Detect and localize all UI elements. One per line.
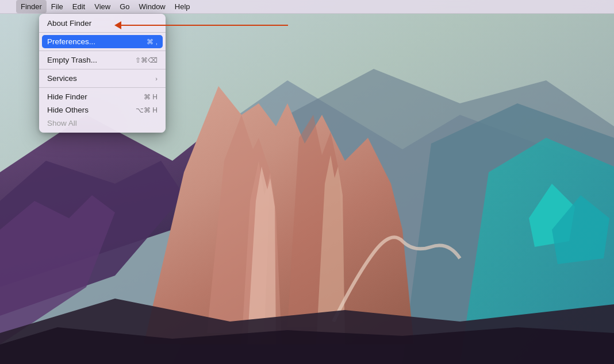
separator-2 [39, 51, 166, 51]
separator-1 [39, 32, 166, 33]
view-menu[interactable]: View [90, 0, 115, 13]
edit-menu[interactable]: Edit [68, 0, 90, 13]
preferences-item[interactable]: Preferences... ⌘ , [42, 35, 163, 48]
show-all-item[interactable]: Show All [39, 117, 166, 130]
submenu-arrow-icon: › [155, 75, 158, 82]
separator-4 [39, 87, 166, 88]
menubar: Finder File Edit View Go Window Help [0, 0, 614, 14]
apple-menu[interactable] [5, 0, 16, 13]
file-menu[interactable]: File [47, 0, 68, 13]
go-menu[interactable]: Go [115, 0, 134, 13]
hide-others-item[interactable]: Hide Others ⌥⌘ H [39, 103, 166, 117]
arrow-head-icon [114, 21, 121, 29]
finder-dropdown-menu: About Finder Preferences... ⌘ , Empty Tr… [39, 14, 166, 133]
hide-finder-item[interactable]: Hide Finder ⌘ H [39, 90, 166, 103]
finder-menu[interactable]: Finder [16, 0, 47, 13]
svg-marker-17 [0, 327, 614, 364]
arrow-annotation [115, 21, 288, 29]
empty-trash-item[interactable]: Empty Trash... ⇧⌘⌫ [39, 53, 166, 67]
services-item[interactable]: Services › [39, 72, 166, 85]
separator-3 [39, 69, 166, 69]
help-menu[interactable]: Help [170, 0, 195, 13]
window-menu[interactable]: Window [135, 0, 170, 13]
arrow-line [121, 25, 288, 26]
